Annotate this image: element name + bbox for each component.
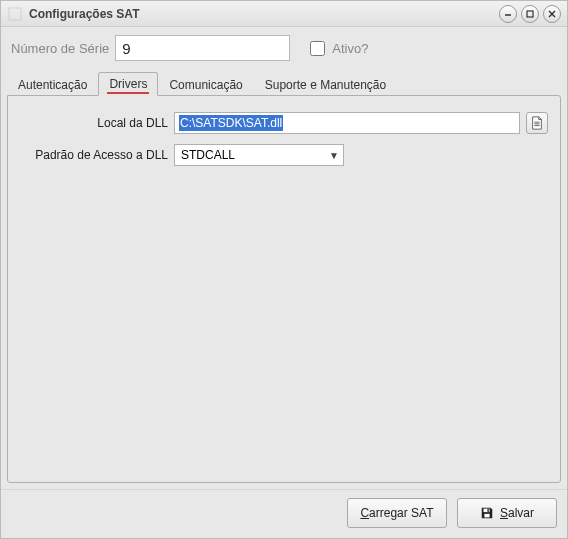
tab-comunicacao[interactable]: Comunicação	[158, 73, 253, 96]
button-label: Salvar	[500, 506, 534, 520]
tab-label: Comunicação	[169, 78, 242, 92]
window: Configurações SAT Número de Série Ativo?…	[0, 0, 568, 539]
active-checkbox-wrap[interactable]: Ativo?	[306, 38, 368, 59]
tab-label: Autenticação	[18, 78, 87, 92]
access-pattern-value: STDCALL	[181, 148, 235, 162]
tab-autenticacao[interactable]: Autenticação	[7, 73, 98, 96]
access-pattern-combobox[interactable]: STDCALL ▼	[174, 144, 344, 166]
dll-path-row: Local da DLL C:\SATSDK\SAT.dll	[20, 112, 548, 134]
button-label: Carregar SAT	[360, 506, 433, 520]
serial-number-label: Número de Série	[11, 41, 109, 56]
window-controls	[499, 5, 561, 23]
close-button[interactable]	[543, 5, 561, 23]
svg-rect-10	[487, 509, 488, 513]
tab-panel-drivers: Local da DLL C:\SATSDK\SAT.dll Padrão de…	[7, 95, 561, 483]
active-label: Ativo?	[332, 41, 368, 56]
tab-label: Suporte e Manutenção	[265, 78, 386, 92]
svg-rect-0	[9, 8, 21, 20]
tab-drivers[interactable]: Drivers	[98, 72, 158, 96]
serial-number-input[interactable]	[115, 35, 290, 61]
tab-bar: Autenticação Drivers Comunicação Suporte…	[1, 71, 567, 95]
minimize-button[interactable]	[499, 5, 517, 23]
dll-path-label: Local da DLL	[20, 116, 174, 130]
load-sat-button[interactable]: Carregar SAT	[347, 498, 447, 528]
dll-path-value: C:\SATSDK\SAT.dll	[179, 115, 283, 131]
tab-label: Drivers	[109, 77, 147, 91]
browse-dll-button[interactable]	[526, 112, 548, 134]
header-row: Número de Série Ativo?	[1, 27, 567, 71]
chevron-down-icon: ▼	[329, 150, 339, 161]
access-pattern-label: Padrão de Acesso a DLL	[20, 148, 174, 162]
footer: Carregar SAT Salvar	[1, 489, 567, 538]
access-pattern-row: Padrão de Acesso a DLL STDCALL ▼	[20, 144, 548, 166]
save-icon	[480, 506, 494, 520]
svg-rect-9	[484, 514, 489, 518]
active-checkbox[interactable]	[310, 41, 325, 56]
titlebar: Configurações SAT	[1, 1, 567, 27]
dll-path-input[interactable]: C:\SATSDK\SAT.dll	[174, 112, 520, 134]
window-title: Configurações SAT	[29, 7, 499, 21]
maximize-button[interactable]	[521, 5, 539, 23]
save-button[interactable]: Salvar	[457, 498, 557, 528]
app-icon	[7, 6, 23, 22]
document-icon	[530, 116, 544, 130]
svg-rect-2	[527, 11, 533, 17]
tab-suporte-manutencao[interactable]: Suporte e Manutenção	[254, 73, 397, 96]
